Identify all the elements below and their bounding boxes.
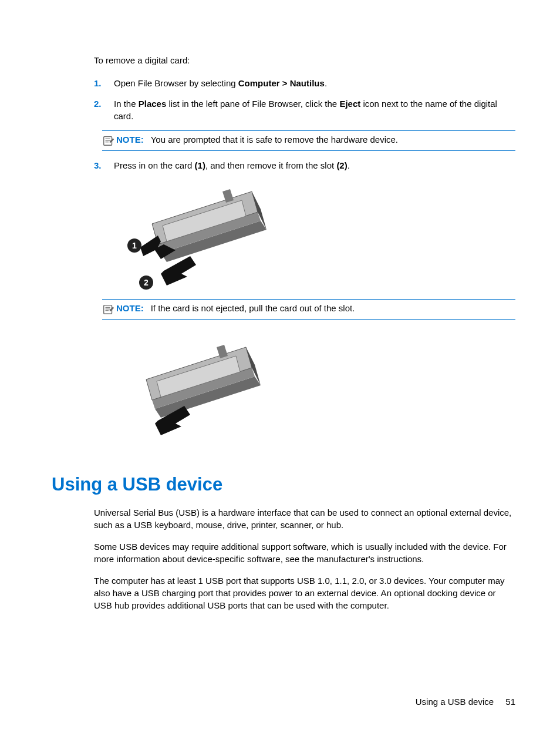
text: .: [325, 78, 327, 88]
bold-text: Computer > Nautilus: [238, 78, 325, 88]
text: Press in on the card: [114, 160, 195, 170]
note-box-2: NOTE: If the card is not ejected, pull t…: [102, 299, 515, 320]
note-icon: [102, 134, 115, 147]
steps-list: 1. Open File Browser by selecting Comput…: [94, 77, 515, 122]
text: .: [348, 160, 350, 170]
page-footer: Using a USB device 51: [416, 695, 515, 708]
svg-text:1: 1: [132, 241, 137, 250]
text: , and then remove it from the slot: [205, 160, 336, 170]
step-3: 3. Press in on the card (1), and then re…: [94, 159, 515, 172]
step-number: 3.: [94, 159, 114, 172]
note-text: If the card is not ejected, pull the car…: [151, 302, 515, 314]
note-icon: [102, 303, 115, 315]
note-text: You are prompted that it is safe to remo…: [151, 133, 515, 146]
footer-title: Using a USB device: [416, 697, 494, 707]
step-number: 2.: [94, 98, 114, 122]
section-body: Universal Serial Bus (USB) is a hardware…: [94, 506, 515, 611]
bold-text: (1): [195, 160, 205, 170]
paragraph: The computer has at least 1 USB port tha…: [94, 574, 515, 611]
steps-list-cont: 3. Press in on the card (1), and then re…: [94, 159, 515, 172]
page-number: 51: [505, 697, 515, 707]
intro-text: To remove a digital card:: [94, 54, 515, 66]
bold-text: (2): [336, 160, 347, 170]
step-2: 2. In the Places list in the left pane o…: [94, 98, 515, 122]
paragraph: Some USB devices may require additional …: [94, 540, 515, 565]
paragraph: Universal Serial Bus (USB) is a hardware…: [94, 506, 515, 531]
text: list in the left pane of File Browser, c…: [166, 99, 339, 109]
step-body: In the Places list in the left pane of F…: [114, 98, 515, 122]
note-label: NOTE:: [116, 302, 144, 314]
svg-text:2: 2: [144, 278, 149, 287]
section-heading-usb: Using a USB device: [52, 472, 515, 497]
note-box-1: NOTE: You are prompted that it is safe t…: [102, 130, 515, 151]
step-body: Open File Browser by selecting Computer …: [114, 77, 515, 89]
step-1: 1. Open File Browser by selecting Comput…: [94, 77, 515, 89]
text: In the: [114, 99, 139, 109]
illustration-1: 1 2: [102, 180, 515, 294]
illustration-2: [102, 338, 515, 441]
step-body: Press in on the card (1), and then remov…: [114, 159, 515, 172]
bold-text: Eject: [339, 99, 360, 109]
text: Open File Browser by selecting: [114, 78, 238, 88]
step-number: 1.: [94, 77, 114, 89]
note-label: NOTE:: [116, 133, 144, 146]
bold-text: Places: [139, 99, 167, 109]
